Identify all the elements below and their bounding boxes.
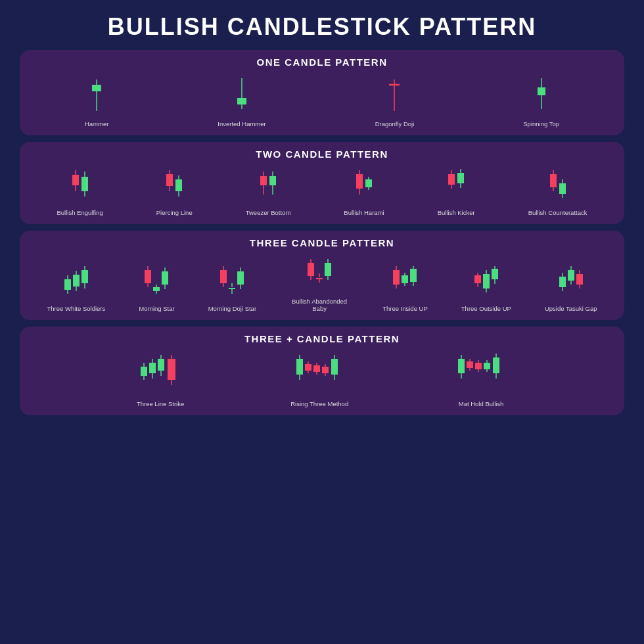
section-three-plus-candle-title: THREE + CANDLE PATTERN [30, 333, 614, 344]
label-three-outside-up: Three Outside UP [461, 305, 511, 312]
section-one-candle: ONE CANDLE PATTERN Hammer [20, 50, 624, 135]
svg-rect-13 [72, 175, 79, 185]
svg-rect-139 [458, 359, 465, 373]
section-two-candle: TWO CANDLE PATTERN Bullish Engulfing [20, 142, 624, 224]
pattern-morning-doji-star: Morning Doji Star [208, 261, 256, 312]
svg-rect-136 [331, 359, 338, 375]
svg-rect-73 [237, 271, 244, 285]
main-title: BULLISH CANDLESTICK PATTERN [108, 13, 537, 41]
section-three-plus-candle: THREE + CANDLE PATTERN Three Line Strike [20, 327, 624, 415]
pattern-tweezer-bottom: Tweezer Bottom [246, 165, 291, 216]
svg-rect-88 [402, 275, 408, 283]
label-spinning-top: Spinning Top [523, 120, 559, 127]
label-three-line-strike: Three Line Strike [137, 400, 184, 407]
svg-rect-25 [260, 176, 267, 185]
svg-rect-10 [538, 87, 545, 95]
pattern-morning-star: Morning Star [139, 261, 174, 312]
pattern-inverted-hammer: Inverted Hammer [218, 73, 265, 127]
label-bullish-engulfing: Bullish Engulfing [57, 209, 103, 216]
svg-rect-1 [92, 85, 101, 91]
pattern-spinning-top: Spinning Top [523, 73, 559, 127]
pattern-three-white-soldiers: Three White Soldiers [47, 261, 106, 312]
label-rising-three-method: Rising Three Method [290, 400, 348, 407]
pattern-three-line-strike: Three Line Strike [137, 350, 184, 407]
label-piercing-line: Piercing Line [156, 209, 193, 216]
svg-rect-115 [149, 363, 156, 373]
svg-rect-61 [153, 287, 160, 291]
label-three-inside-up: Three Inside UP [382, 305, 428, 312]
svg-rect-22 [175, 179, 182, 191]
svg-rect-55 [81, 270, 88, 283]
label-morning-doji-star: Morning Doji Star [208, 305, 256, 312]
pattern-dragonfly-doji: Dragonfly Doji [375, 73, 415, 127]
svg-rect-103 [559, 277, 566, 287]
svg-rect-58 [145, 270, 151, 283]
svg-rect-49 [64, 279, 71, 290]
label-mat-hold-bullish: Mat Hold Bullish [459, 400, 504, 407]
section-two-candle-title: TWO CANDLE PATTERN [30, 149, 614, 160]
svg-rect-28 [269, 176, 276, 185]
svg-rect-31 [356, 174, 363, 189]
svg-rect-37 [448, 174, 455, 185]
svg-rect-121 [168, 359, 175, 380]
svg-rect-16 [81, 177, 88, 191]
label-dragonfly-doji: Dragonfly Doji [375, 120, 415, 127]
label-upside-tasuki-gap: Upside Tasuki Gap [545, 305, 597, 312]
svg-rect-109 [576, 274, 583, 285]
label-hammer: Hammer [85, 120, 108, 127]
svg-rect-151 [493, 357, 499, 373]
svg-rect-43 [550, 174, 557, 187]
pattern-rising-three-method: Rising Three Method [290, 350, 348, 407]
section-three-candle-title: THREE CANDLE PATTERN [30, 237, 614, 248]
label-bullish-abandonded-baby: Bullish Abandonded Baby [290, 298, 349, 312]
svg-rect-127 [305, 364, 311, 371]
svg-rect-94 [474, 275, 481, 283]
svg-rect-112 [141, 367, 147, 376]
pattern-bullish-kicker: Bullish Kicker [438, 165, 475, 216]
svg-rect-91 [410, 269, 417, 282]
pattern-bullish-counterattack: Bullish Counterattack [528, 165, 587, 216]
label-morning-star: Morning Star [139, 305, 174, 312]
svg-rect-64 [162, 271, 168, 285]
label-three-white-soldiers: Three White Soldiers [47, 305, 106, 312]
svg-rect-106 [568, 270, 574, 281]
svg-rect-145 [475, 363, 482, 369]
pattern-three-outside-up: Three Outside UP [461, 261, 511, 312]
label-inverted-hammer: Inverted Hammer [218, 120, 265, 127]
pattern-upside-tasuki-gap: Upside Tasuki Gap [545, 261, 597, 312]
pattern-bullish-harami: Bullish Harami [344, 165, 384, 216]
svg-rect-52 [73, 275, 80, 287]
pattern-hammer: Hammer [85, 73, 108, 127]
svg-rect-148 [484, 363, 490, 369]
svg-rect-133 [322, 367, 329, 373]
svg-rect-118 [158, 359, 164, 371]
pattern-bullish-engulfing: Bullish Engulfing [57, 165, 103, 216]
svg-rect-142 [467, 361, 473, 368]
label-bullish-kicker: Bullish Kicker [438, 209, 475, 216]
label-tweezer-bottom: Tweezer Bottom [246, 209, 291, 216]
pattern-bullish-abandonded-baby: Bullish Abandonded Baby [290, 254, 349, 312]
label-bullish-harami: Bullish Harami [344, 209, 384, 216]
svg-rect-67 [220, 270, 227, 283]
section-three-candle: THREE CANDLE PATTERN Three White Soldier… [20, 231, 624, 320]
svg-rect-100 [492, 269, 498, 279]
svg-rect-46 [559, 183, 566, 194]
svg-rect-34 [365, 179, 372, 187]
svg-rect-130 [313, 365, 320, 372]
svg-rect-82 [325, 263, 331, 276]
pattern-mat-hold-bullish: Mat Hold Bullish [455, 350, 507, 407]
pattern-piercing-line: Piercing Line [156, 165, 193, 216]
label-bullish-counterattack: Bullish Counterattack [528, 209, 587, 216]
svg-rect-19 [166, 174, 173, 186]
svg-rect-124 [296, 359, 303, 375]
svg-rect-85 [393, 270, 400, 285]
svg-rect-97 [483, 274, 490, 288]
section-one-candle-title: ONE CANDLE PATTERN [30, 57, 614, 68]
svg-rect-40 [457, 173, 464, 183]
svg-rect-76 [308, 263, 314, 276]
svg-rect-4 [237, 98, 246, 104]
pattern-three-inside-up: Three Inside UP [382, 261, 428, 312]
